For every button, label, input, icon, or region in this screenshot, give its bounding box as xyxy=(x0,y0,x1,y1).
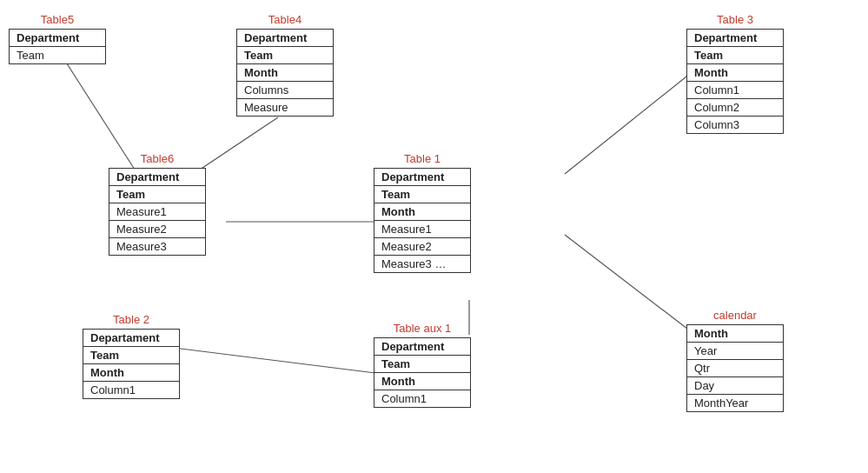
table3-field-2: Month xyxy=(687,64,783,82)
table3-field-4: Column2 xyxy=(687,99,783,117)
table3-field-0: Department xyxy=(687,30,783,47)
calendar: calendar Month Year Qtr Day MonthYear xyxy=(686,309,784,412)
table5-field-0: Department xyxy=(10,30,105,47)
table6-body: Department Team Measure1 Measure2 Measur… xyxy=(109,168,206,256)
table5: Table5 Department Team xyxy=(9,13,106,64)
table2-field-1: Team xyxy=(83,347,179,364)
table2: Table 2 Departament Team Month Column1 xyxy=(83,313,180,399)
table1-field-3: Measure1 xyxy=(374,221,470,238)
table4-field-2: Month xyxy=(237,64,333,82)
table2-field-0: Departament xyxy=(83,330,179,347)
tableaux1-field-2: Month xyxy=(374,373,470,390)
table1-field-4: Measure2 xyxy=(374,238,470,256)
table6-field-2: Measure1 xyxy=(109,203,205,221)
table4: Table4 Department Team Month Columns Mea… xyxy=(236,13,334,117)
table2-field-3: Column1 xyxy=(83,382,179,398)
calendar-field-1: Year xyxy=(687,343,783,360)
table4-field-3: Columns xyxy=(237,82,333,99)
calendar-field-2: Qtr xyxy=(687,360,783,377)
table6-field-0: Department xyxy=(109,169,205,186)
tableaux1-field-0: Department xyxy=(374,338,470,356)
table2-body: Departament Team Month Column1 xyxy=(83,329,180,399)
table1: Table 1 Department Team Month Measure1 M… xyxy=(374,152,471,273)
table1-field-1: Team xyxy=(374,186,470,203)
table6-field-4: Measure3 xyxy=(109,238,205,255)
table4-field-0: Department xyxy=(237,30,333,47)
table3-field-5: Column3 xyxy=(687,117,783,133)
calendar-field-3: Day xyxy=(687,377,783,395)
table1-field-2: Month xyxy=(374,203,470,221)
table1-title: Table 1 xyxy=(374,152,471,165)
table6: Table6 Department Team Measure1 Measure2… xyxy=(109,152,206,256)
tableaux1-title: Table aux 1 xyxy=(374,322,471,335)
table6-field-3: Measure2 xyxy=(109,221,205,238)
table4-body: Department Team Month Columns Measure xyxy=(236,29,334,117)
table5-body: Department Team xyxy=(9,29,106,64)
calendar-field-0: Month xyxy=(687,325,783,343)
table1-field-5: Measure3 … xyxy=(374,256,470,272)
table6-title: Table6 xyxy=(109,152,206,165)
diagram-container: Table5 Department Team Table4 Department… xyxy=(0,0,868,473)
svg-line-1 xyxy=(200,117,278,170)
tableaux1-body: Department Team Month Column1 xyxy=(374,337,471,408)
calendar-title: calendar xyxy=(686,309,784,322)
table6-field-1: Team xyxy=(109,186,205,203)
svg-line-6 xyxy=(565,235,695,335)
svg-line-2 xyxy=(565,70,695,174)
table2-title: Table 2 xyxy=(83,313,180,326)
table1-field-0: Department xyxy=(374,169,470,186)
calendar-field-4: MonthYear xyxy=(687,395,783,411)
tableaux1-field-1: Team xyxy=(374,356,470,373)
table4-title: Table4 xyxy=(236,13,334,26)
table5-field-1: Team xyxy=(10,47,105,63)
table2-field-2: Month xyxy=(83,364,179,382)
table3-title: Table 3 xyxy=(686,13,784,26)
tableaux1: Table aux 1 Department Team Month Column… xyxy=(374,322,471,408)
table3-field-1: Team xyxy=(687,47,783,64)
table4-field-4: Measure xyxy=(237,99,333,116)
table4-field-1: Team xyxy=(237,47,333,64)
table3-body: Department Team Month Column1 Column2 Co… xyxy=(686,29,784,134)
tableaux1-field-3: Column1 xyxy=(374,390,470,407)
table3: Table 3 Department Team Month Column1 Co… xyxy=(686,13,784,134)
table5-title: Table5 xyxy=(9,13,106,26)
table3-field-3: Column1 xyxy=(687,82,783,99)
table1-body: Department Team Month Measure1 Measure2 … xyxy=(374,168,471,273)
calendar-body: Month Year Qtr Day MonthYear xyxy=(686,324,784,412)
svg-line-5 xyxy=(174,348,382,374)
